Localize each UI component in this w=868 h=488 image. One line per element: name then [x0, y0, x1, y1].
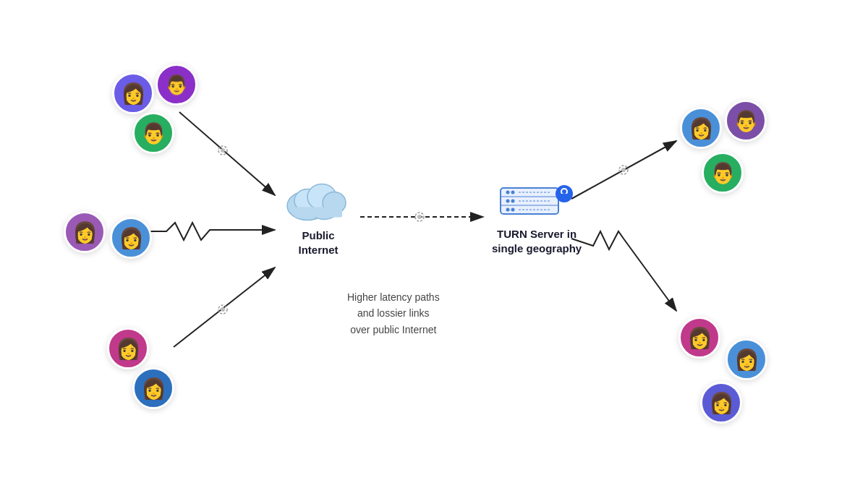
- cloud-label: Public Internet: [298, 228, 338, 257]
- avatar-left-top-1: 👩: [112, 72, 154, 114]
- svg-point-7: [221, 307, 225, 312]
- avatar-left-bot-1: 👩: [107, 328, 149, 369]
- svg-point-3: [218, 146, 227, 155]
- svg-point-23: [506, 191, 510, 194]
- svg-point-24: [511, 191, 515, 194]
- turn-server-label: TURN Server in single geography: [492, 227, 582, 255]
- svg-point-12: [619, 166, 628, 174]
- avatar-right-top-3: 👨: [702, 152, 744, 194]
- svg-point-25: [506, 200, 510, 203]
- svg-point-10: [417, 215, 422, 219]
- svg-rect-19: [294, 207, 342, 218]
- turn-server-container: TURN Server in single geography: [492, 179, 582, 255]
- avatar-left-mid-2: 👩: [110, 217, 152, 259]
- svg-line-11: [571, 141, 676, 199]
- avatar-right-top-2: 👨: [725, 100, 767, 142]
- avatar-left-bot-2: 👩: [132, 367, 174, 409]
- avatar-right-bot-3: 👩: [700, 382, 742, 424]
- diagram: Public Internet: [0, 0, 868, 488]
- svg-point-27: [506, 208, 510, 212]
- svg-line-5: [174, 267, 275, 347]
- avatar-left-top-3: 👨: [132, 112, 174, 154]
- svg-point-26: [511, 200, 515, 203]
- avatar-right-bot-2: 👩: [726, 338, 767, 380]
- avatar-left-top-2: 👨: [156, 64, 197, 106]
- center-note: Higher latency paths and lossier links o…: [347, 289, 440, 338]
- avatar-right-bot-1: 👩: [678, 317, 720, 359]
- avatar-right-top-1: 👩: [680, 107, 722, 149]
- svg-point-35: [562, 189, 566, 194]
- svg-line-2: [179, 112, 275, 195]
- cloud-icon: [282, 174, 354, 224]
- cloud-container: Public Internet: [282, 174, 354, 257]
- svg-point-6: [218, 305, 227, 314]
- avatar-left-mid-1: 👩: [64, 211, 106, 253]
- turn-server-icon: [497, 179, 576, 223]
- svg-point-13: [621, 168, 626, 172]
- svg-point-4: [221, 148, 225, 153]
- svg-point-9: [415, 213, 424, 221]
- svg-point-28: [511, 208, 515, 212]
